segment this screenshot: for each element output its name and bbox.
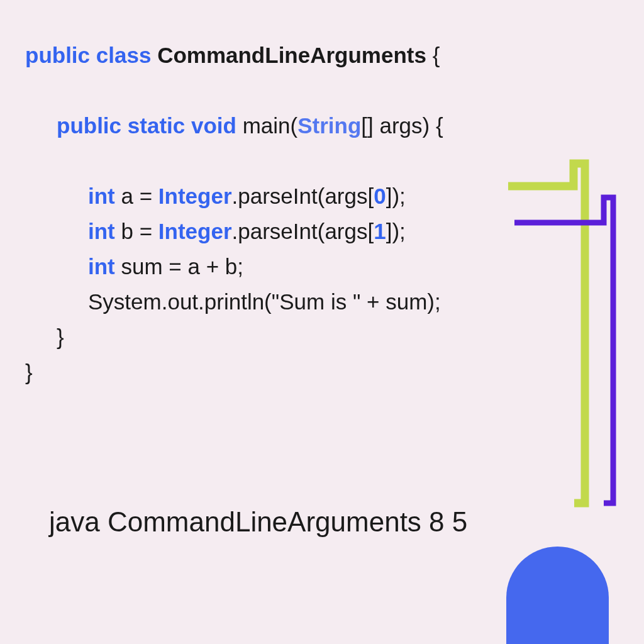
connector-arg0: [508, 164, 585, 503]
code-line-1: public class CommandLineArguments {: [25, 38, 443, 73]
keyword-public: public: [25, 43, 90, 67]
parseint-call: .parseInt(args[: [232, 184, 374, 208]
type-integer: Integer: [158, 219, 232, 243]
method-main: main(: [236, 113, 297, 138]
brace-open: {: [426, 43, 440, 67]
brace-close: }: [25, 360, 33, 384]
keyword-int: int: [88, 184, 115, 208]
code-line-3: int a = Integer.parseInt(args[0]);: [25, 179, 443, 214]
code-line-2: public static void main(String[] args) {: [25, 108, 443, 143]
keyword-int: int: [88, 219, 115, 243]
var-b: b =: [115, 219, 158, 243]
keyword-class: class: [96, 43, 152, 67]
args-decl: [] args) {: [361, 113, 443, 138]
var-a: a =: [115, 184, 158, 208]
close-paren: ]);: [386, 219, 406, 243]
java-code-block: public class CommandLineArguments { publ…: [25, 38, 443, 390]
code-line-8: }: [25, 355, 443, 390]
brace-close: }: [57, 325, 64, 349]
parseint-call: .parseInt(args[: [232, 219, 374, 243]
close-paren: ]);: [386, 184, 406, 208]
class-name: CommandLineArguments: [157, 43, 426, 67]
command-text: java CommandLineArguments 8 5: [49, 506, 467, 537]
keyword-int: int: [88, 254, 115, 279]
sum-expr: sum = a + b;: [115, 254, 243, 279]
command-line: java CommandLineArguments 8 5: [49, 506, 467, 538]
keyword-void: void: [191, 113, 236, 138]
connector-arg1: [514, 197, 613, 503]
type-integer: Integer: [158, 184, 232, 208]
keyword-static: static: [128, 113, 185, 138]
code-line-7: }: [25, 319, 443, 355]
println-call: System.out.println("Sum is " + sum);: [88, 289, 441, 314]
index-1: 1: [374, 219, 386, 243]
type-string: String: [297, 113, 361, 138]
keyword-public: public: [57, 113, 121, 138]
index-0: 0: [374, 184, 386, 208]
code-line-5: int sum = a + b;: [25, 249, 443, 284]
decorative-blue-arch: [506, 547, 609, 644]
code-line-4: int b = Integer.parseInt(args[1]);: [25, 214, 443, 249]
code-line-6: System.out.println("Sum is " + sum);: [25, 284, 443, 319]
